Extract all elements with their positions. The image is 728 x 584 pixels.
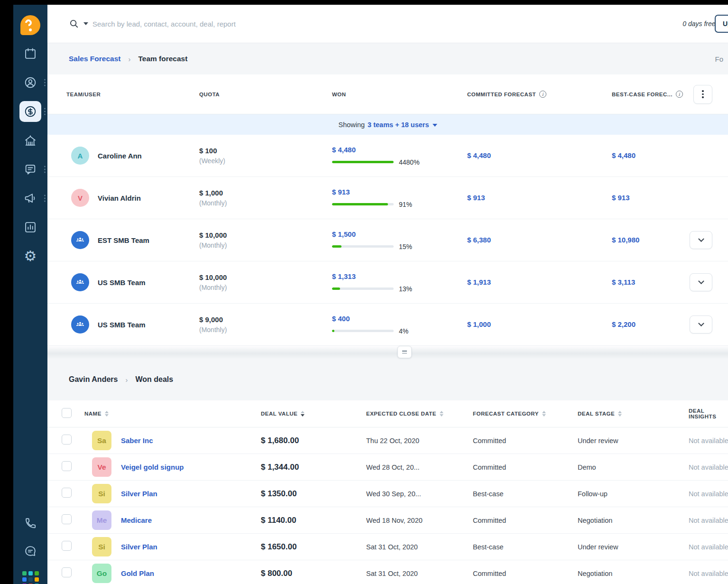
panel-splitter[interactable] [47,346,728,359]
showing-teams-users-link[interactable]: 3 teams + 18 users [368,121,437,129]
best-case-forecast-link[interactable]: $ 4,480 [612,151,636,159]
deal-row: Si Silver Plan $ 1650.00 Sat 31 Oct, 202… [47,534,728,560]
sidebar-item-freshchat[interactable] [13,541,47,562]
column-quota[interactable]: QUOTA [199,92,332,97]
breadcrumb-gavin-anders-link[interactable]: Gavin Anders [69,375,118,384]
won-amount-link[interactable]: $ 913 [332,188,350,196]
column-team-user[interactable]: TEAM/USER [66,92,199,97]
deal-avatar: Go [92,564,111,583]
select-all-checkbox[interactable] [62,408,72,418]
deal-name-link[interactable]: Gold Plan [121,569,154,577]
column-forecast-category[interactable]: FORECAST CATEGORY [473,411,578,417]
committed-forecast-link[interactable]: $ 6,380 [467,236,491,244]
committed-forecast-link[interactable]: $ 913 [467,194,485,202]
deal-row: Si Silver Plan $ 1350.00 Wed 30 Sep, 20.… [47,481,728,507]
sidebar-item-contacts[interactable] [13,72,47,93]
quota-period: (Monthly) [199,326,332,334]
deals-kebab-icon[interactable] [44,108,46,115]
column-expected-close-date[interactable]: EXPECTED CLOSE DATE [366,411,473,417]
search-scope-caret-icon[interactable] [83,22,88,25]
upgrade-button[interactable]: Upgrade [715,15,728,33]
won-amount-link[interactable]: $ 4,480 [332,146,356,154]
quota-period: (Monthly) [199,241,332,249]
freshworks-logo-icon[interactable] [20,15,40,35]
conversations-kebab-icon[interactable] [44,166,46,173]
deal-name-link[interactable]: Medicare [121,516,152,524]
info-icon[interactable]: i [539,91,546,98]
expand-row-button[interactable] [690,273,712,291]
column-name[interactable]: NAME [84,411,261,417]
sort-icon [105,411,109,417]
info-icon[interactable]: i [676,91,683,98]
quota-amount: $ 10,000 [199,231,332,239]
won-deals-table: NAME DEAL VALUE EXPECTED CLOSE DATE FORE… [47,400,728,584]
column-won[interactable]: WON [332,92,467,97]
row-checkbox[interactable] [62,514,72,524]
committed-forecast-link[interactable]: $ 1,000 [467,320,491,328]
sidebar-item-apps[interactable] [13,569,47,584]
freshchat-icon [24,545,37,558]
best-case-forecast-link[interactable]: $ 10,980 [612,236,639,244]
sidebar-item-conversations[interactable] [13,159,47,180]
deal-insight: Not available [689,463,728,471]
main-content: 0 days free trial Upgrade Sales Forecast… [47,5,728,584]
deal-name-link[interactable]: Silver Plan [121,490,157,498]
column-deal-stage[interactable]: DEAL STAGE [578,411,689,417]
quota-amount: $ 1,000 [199,189,332,197]
expand-row-button[interactable] [690,231,712,249]
search-icon [69,19,79,29]
deal-name-link[interactable]: Saber Inc [121,436,153,445]
sidebar-item-accounts[interactable] [13,130,47,151]
deal-row: Ve Veigel gold signup $ 1,344.00 Wed 28 … [47,454,728,481]
row-checkbox[interactable] [62,461,72,471]
search-input[interactable] [92,20,358,28]
best-case-forecast-link[interactable]: $ 3,113 [612,278,635,286]
row-checkbox[interactable] [62,488,72,498]
sidebar-item-phone[interactable] [13,513,47,534]
won-amount-link[interactable]: $ 1,500 [332,230,356,238]
breadcrumb-current-page: Team forecast [138,55,187,63]
table-options-kebab-button[interactable] [693,85,712,104]
forecast-row: US SMB Team $ 9,000 (Monthly) $ 400 4% $… [47,304,728,346]
committed-forecast-link[interactable]: $ 1,913 [467,278,491,286]
row-checkbox[interactable] [62,567,72,577]
breadcrumb-won-deals: Won deals [135,375,173,384]
deal-stage: Under review [578,437,689,445]
breadcrumb-sales-forecast-link[interactable]: Sales Forecast [69,55,120,63]
chevron-down-icon [433,124,437,127]
column-committed-forecast[interactable]: COMMITTED FORECAST i [467,91,612,98]
won-amount-link[interactable]: $ 400 [332,315,350,323]
best-case-forecast-link[interactable]: $ 913 [612,194,630,202]
progress-percent: 13% [399,285,412,293]
avatar: V [71,189,89,207]
sidebar-item-calendar[interactable] [13,43,47,64]
row-checkbox[interactable] [62,435,72,445]
forecast-category: Committed [473,463,578,471]
team-forecast-table: TEAM/USER QUOTA WON COMMITTED FORECAST i… [47,74,728,346]
column-deal-value[interactable]: DEAL VALUE [261,411,366,417]
splitter-drag-handle-icon[interactable] [397,346,412,358]
column-deal-insights[interactable]: DEAL INSIGHTS [689,408,728,419]
campaigns-kebab-icon[interactable] [44,195,46,202]
sidebar-item-analytics[interactable] [13,217,47,238]
quota-period: (Monthly) [199,199,332,207]
column-best-case-forecast[interactable]: BEST-CASE FOREC... i [612,91,683,98]
deal-name-link[interactable]: Silver Plan [121,543,157,551]
deal-name-link[interactable]: Veigel gold signup [121,463,184,471]
row-checkbox[interactable] [62,541,72,551]
sidebar-item-deals[interactable] [13,101,47,122]
deal-stage: Negotiation [578,517,689,524]
sidebar-item-campaigns[interactable] [13,188,47,209]
sidebar-item-settings[interactable]: ⚙ [13,246,47,267]
deal-insight: Not available [689,543,728,551]
global-search[interactable] [69,19,682,29]
expand-row-button[interactable] [690,315,712,334]
won-amount-link[interactable]: $ 1,313 [332,272,356,280]
sort-icon [440,411,443,417]
gear-icon: ⚙ [24,249,37,263]
best-case-forecast-link[interactable]: $ 2,200 [612,320,636,328]
contacts-kebab-icon[interactable] [44,79,46,86]
committed-forecast-link[interactable]: $ 4,480 [467,151,491,159]
avatar [71,231,89,249]
sort-desc-icon [301,411,304,417]
